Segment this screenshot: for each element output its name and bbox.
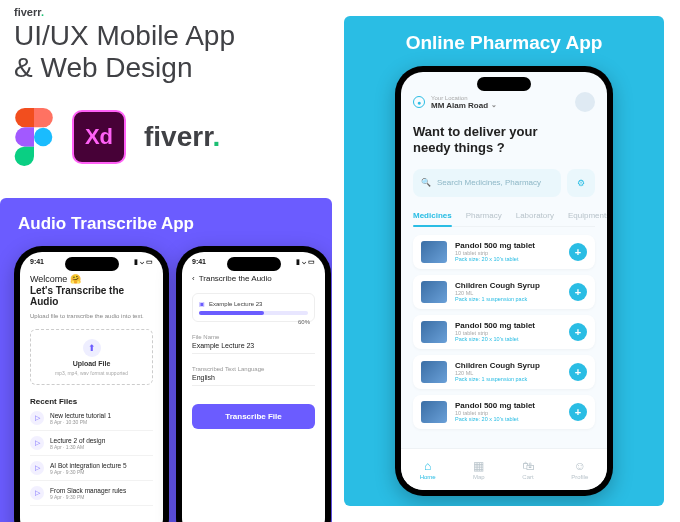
recent-files-heading: Recent Files xyxy=(30,397,153,406)
recent-file-row[interactable]: ▷ New lecture tutorial 18 Apr · 10:30 PM xyxy=(30,406,153,431)
file-name: New lecture tutorial 1 xyxy=(50,412,111,419)
adobe-xd-logo: Xd xyxy=(72,110,126,164)
tab-equipments[interactable]: Equipments xyxy=(568,211,607,220)
medicine-name: Pandol 500 mg tablet xyxy=(455,401,561,410)
medicine-thumb xyxy=(421,321,447,343)
medicine-list: Pandol 500 mg tablet 10 tablet strip Pac… xyxy=(413,235,595,429)
tab-laboratory[interactable]: Laboratory xyxy=(516,211,554,220)
file-icon: ▷ xyxy=(30,486,44,500)
tab-pharmacy[interactable]: Pharmacy xyxy=(466,211,502,220)
chevron-left-icon: ‹ xyxy=(192,274,195,283)
medicine-pack: Pack size: 20 x 10's tablet xyxy=(455,256,561,262)
add-button[interactable]: + xyxy=(569,243,587,261)
search-icon: 🔍 xyxy=(421,178,431,187)
page-headline: UI/UX Mobile App & Web Design xyxy=(14,20,235,84)
upload-label: Upload File xyxy=(73,360,111,367)
transcribe-button[interactable]: Transcribe File xyxy=(192,404,315,429)
medicine-card[interactable]: Pandol 500 mg tablet 10 tablet strip Pac… xyxy=(413,395,595,429)
add-button[interactable]: + xyxy=(569,283,587,301)
phone-notch xyxy=(477,77,531,91)
file-name: Lecture 2 of design xyxy=(50,437,105,444)
signal-icon: ▮ xyxy=(134,258,138,266)
wifi-icon: ⌵ xyxy=(302,258,306,266)
file-chip-icon: ▣ xyxy=(199,300,205,307)
add-button[interactable]: + xyxy=(569,323,587,341)
svg-point-0 xyxy=(34,128,52,146)
file-meta: 8 Apr · 1:30 AM xyxy=(50,444,105,450)
home-icon: ⌂ xyxy=(424,459,431,473)
medicine-name: Children Cough Syrup xyxy=(455,361,561,370)
fiverr-small-logo: fiverr. xyxy=(14,6,44,18)
medicine-name: Pandol 500 mg tablet xyxy=(455,241,561,250)
wifi-icon: ⌵ xyxy=(140,258,144,266)
medicine-thumb xyxy=(421,241,447,263)
medicine-card[interactable]: Pandol 500 mg tablet 10 tablet strip Pac… xyxy=(413,315,595,349)
nav-profile[interactable]: ☺Profile xyxy=(571,459,588,480)
upload-dropzone[interactable]: ⬆ Upload File mp3, mp4, wav format suppo… xyxy=(30,329,153,385)
cart-icon: 🛍 xyxy=(522,459,534,473)
chevron-down-icon: ⌄ xyxy=(491,101,497,109)
phone-notch xyxy=(227,257,281,271)
progress-track xyxy=(199,311,308,315)
file-icon: ▷ xyxy=(30,436,44,450)
recent-file-row[interactable]: ▷ Lecture 2 of design8 Apr · 1:30 AM xyxy=(30,431,153,456)
file-icon: ▷ xyxy=(30,411,44,425)
add-button[interactable]: + xyxy=(569,403,587,421)
medicine-pack: Pack size: 20 x 10's tablet xyxy=(455,416,561,422)
pharmacy-panel: Online Pharmacy App ● Your Location MM A… xyxy=(344,16,664,506)
back-title: Transcribe the Audio xyxy=(199,274,272,283)
filter-button[interactable]: ⚙ xyxy=(567,169,595,197)
figma-logo xyxy=(14,108,54,166)
search-placeholder: Search Medicines, Pharmacy xyxy=(437,178,541,187)
medicine-name: Pandol 500 mg tablet xyxy=(455,321,561,330)
signal-icon: ▮ xyxy=(296,258,300,266)
medicine-card[interactable]: Pandol 500 mg tablet 10 tablet strip Pac… xyxy=(413,235,595,269)
medicine-name: Children Cough Syrup xyxy=(455,281,561,290)
search-input[interactable]: 🔍 Search Medicines, Pharmacy xyxy=(413,169,561,197)
file-name: AI Bot integration lecture 5 xyxy=(50,462,127,469)
phone-notch xyxy=(65,257,119,271)
tool-logos-row: Xd fiverr. xyxy=(14,108,220,166)
medicine-thumb xyxy=(421,361,447,383)
nav-map[interactable]: ▦Map xyxy=(473,459,485,480)
field-value-language[interactable]: English xyxy=(192,374,315,386)
upload-sublabel: mp3, mp4, wav format supported xyxy=(55,370,128,376)
file-meta: 9 Apr · 9:30 PM xyxy=(50,469,127,475)
file-name: From Slack manager rules xyxy=(50,487,126,494)
battery-icon: ▭ xyxy=(308,258,315,266)
back-header[interactable]: ‹ Transcribe the Audio xyxy=(192,274,315,283)
battery-icon: ▭ xyxy=(146,258,153,266)
welcome-sub: Let's Transcribe the Audio xyxy=(30,285,153,307)
category-tabs: Medicines Pharmacy Laboratory Equipments xyxy=(413,211,595,227)
map-icon: ▦ xyxy=(473,459,484,473)
status-icons: ▮ ⌵ ▭ xyxy=(134,258,153,266)
upload-progress-card: ▣Example Lecture 23 60% xyxy=(192,293,315,322)
location-row[interactable]: ● Your Location MM Alam Road ⌄ xyxy=(413,92,595,112)
medicine-thumb xyxy=(421,401,447,423)
location-pin-icon: ● xyxy=(413,96,425,108)
sliders-icon: ⚙ xyxy=(577,178,585,188)
medicine-card[interactable]: Children Cough Syrup 120 ML Pack size: 1… xyxy=(413,355,595,389)
nav-cart[interactable]: 🛍Cart xyxy=(522,459,534,480)
status-icons: ▮ ⌵ ▭ xyxy=(296,258,315,266)
pharmacy-panel-title: Online Pharmacy App xyxy=(344,32,664,54)
tab-medicines[interactable]: Medicines xyxy=(413,211,452,220)
recent-file-row[interactable]: ▷ AI Bot integration lecture 59 Apr · 9:… xyxy=(30,456,153,481)
progress-percent: 60% xyxy=(298,319,310,325)
avatar[interactable] xyxy=(575,92,595,112)
audio-phone-2: 9:41 ▮ ⌵ ▭ ‹ Transcribe the Audio ▣Examp… xyxy=(176,246,331,522)
field-label-language: Transcribed Text Language xyxy=(192,366,315,372)
field-value-filename[interactable]: Example Lecture 23 xyxy=(192,342,315,354)
welcome-label: Welcome 🤗 xyxy=(30,274,153,284)
location-value: MM Alam Road xyxy=(431,101,488,110)
medicine-pack: Pack size: 1 suspension pack xyxy=(455,376,561,382)
field-label-filename: File Name xyxy=(192,334,315,340)
wave-emoji: 🤗 xyxy=(70,274,81,284)
add-button[interactable]: + xyxy=(569,363,587,381)
medicine-pack: Pack size: 1 suspension pack xyxy=(455,296,561,302)
medicine-card[interactable]: Children Cough Syrup 120 ML Pack size: 1… xyxy=(413,275,595,309)
nav-home[interactable]: ⌂Home xyxy=(420,459,436,480)
recent-file-row[interactable]: ▷ From Slack manager rules9 Apr · 9:30 P… xyxy=(30,481,153,506)
fiverr-logo: fiverr. xyxy=(144,121,220,153)
progress-fill xyxy=(199,311,264,315)
